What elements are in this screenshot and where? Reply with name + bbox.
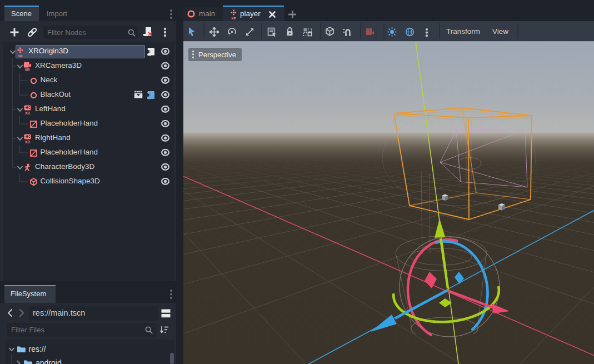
svg-text:Perspective: Perspective <box>198 51 236 59</box>
svg-text:XR: XR <box>231 17 236 20</box>
